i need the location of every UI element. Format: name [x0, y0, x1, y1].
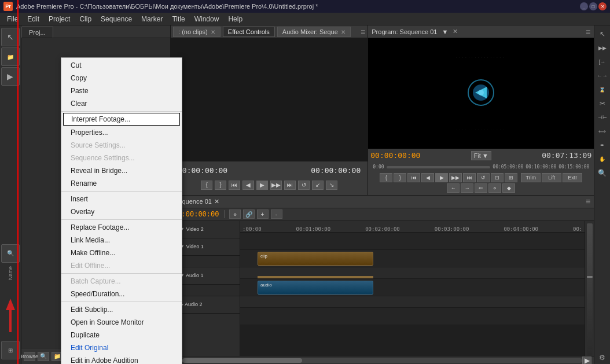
audio-fader-handle[interactable]	[587, 276, 593, 278]
prog-btn-add-marker[interactable]: ◆	[502, 183, 515, 193]
tab-audio-mixer[interactable]: Audio Mixer: Seque ✕	[277, 27, 351, 37]
timeline-playhead[interactable]	[17, 0, 19, 364]
menu-clip[interactable]: Clip	[75, 14, 96, 24]
tool-slip[interactable]: ⊣⊢	[596, 111, 609, 124]
menu-help[interactable]: Help	[223, 14, 247, 24]
ctx-cut[interactable]: Cut	[61, 59, 182, 72]
prog-btn-play[interactable]: ▶	[435, 173, 448, 182]
source-btn-goto-out[interactable]: ⏭	[284, 181, 296, 190]
ctx-reveal-bridge[interactable]: Reveal in Bridge...	[61, 164, 182, 177]
tool-rate-stretch[interactable]: ⌛	[596, 83, 609, 96]
tool-razor[interactable]: ✂	[596, 97, 609, 110]
program-seq-chevron[interactable]: ▼	[442, 28, 448, 35]
prog-btn-next-edit[interactable]: ⏭	[463, 173, 476, 182]
source-btn-mark-in[interactable]: {	[201, 181, 212, 190]
program-timecode-current[interactable]: 00:00:00:00	[370, 151, 420, 160]
tool-pen[interactable]: ✒	[596, 139, 609, 152]
tool-hand[interactable]: ✋	[596, 153, 609, 166]
source-btn-loop[interactable]: ↺	[298, 181, 310, 190]
menu-edit[interactable]: Edit	[23, 14, 44, 24]
audio-fader[interactable]	[587, 223, 593, 356]
timeline-scrollbar-track[interactable]	[182, 358, 582, 363]
maximize-button[interactable]: □	[589, 2, 597, 10]
prog-btn-prev-edit[interactable]: ⏮	[407, 173, 420, 182]
prog-btn-mark-in[interactable]: {	[380, 173, 392, 182]
timeline-tab-close[interactable]: ✕	[214, 198, 219, 205]
prog-btn-shuttle[interactable]: ⇐	[475, 183, 487, 193]
ctx-edit-original[interactable]: Edit Original	[61, 341, 182, 354]
tl-btn-delete-track[interactable]: -	[271, 209, 282, 219]
menu-file[interactable]: File	[2, 14, 23, 24]
ctx-overlay[interactable]: Overlay	[61, 205, 182, 218]
tool-ripple-edit[interactable]: [→	[596, 56, 609, 68]
tool-zoom-tl[interactable]: 🔍	[596, 167, 609, 179]
project-tab[interactable]: Proj...	[21, 27, 53, 38]
tab-close-icon[interactable]: ✕	[211, 29, 215, 35]
audio1-resize-bar[interactable]	[240, 296, 585, 308]
project-browse-tab[interactable]: Browse	[24, 352, 35, 361]
menu-window[interactable]: Window	[190, 14, 224, 24]
prog-btn-step-fwd[interactable]: →	[461, 183, 473, 193]
prog-btn-snap[interactable]: ⋄	[488, 183, 501, 193]
scroll-right-btn[interactable]: ▶	[582, 356, 591, 365]
ctx-interpret-footage[interactable]: Interpret Footage...	[63, 113, 180, 126]
tl-btn-linked-select[interactable]: 🔗	[243, 209, 255, 219]
ctx-paste[interactable]: Paste	[61, 84, 182, 97]
tab-audio-close-icon[interactable]: ✕	[341, 29, 346, 35]
ctx-make-offline[interactable]: Make Offline...	[61, 247, 182, 259]
tool-slide[interactable]: ⟺	[596, 125, 609, 138]
video1-clip[interactable]: clip	[258, 252, 373, 266]
prog-btn-lift[interactable]: Lift	[542, 173, 561, 182]
tab-effect-controls[interactable]: Effect Controls	[223, 27, 275, 37]
audio1-clip[interactable]: audio	[258, 281, 373, 295]
source-btn-mark-out[interactable]: }	[215, 181, 226, 190]
ctx-rename[interactable]: Rename	[61, 177, 182, 190]
source-btn-overlay[interactable]: ↘	[326, 181, 337, 190]
prog-btn-prev-frame[interactable]: ◀	[421, 173, 434, 182]
prog-btn-loop[interactable]: ↺	[477, 173, 490, 182]
timeline-resize-bar[interactable]	[240, 267, 585, 279]
tl-btn-snap[interactable]: ⋄	[229, 209, 241, 219]
timeline-scrollbar-thumb[interactable]	[182, 358, 302, 363]
tl-btn-add-track[interactable]: +	[257, 209, 269, 219]
source-panel-menu-icon[interactable]: ≡	[361, 27, 365, 36]
ctx-insert[interactable]: Insert	[61, 193, 182, 205]
source-btn-step-fwd[interactable]: ▶▶	[270, 181, 282, 190]
tool-selection[interactable]: ↖	[596, 28, 609, 41]
tab-no-clips[interactable]: : (no clips) ✕	[173, 27, 221, 37]
ctx-clear[interactable]: Clear	[61, 97, 182, 110]
tool-settings[interactable]: ⚙	[596, 351, 609, 364]
menu-project[interactable]: Project	[44, 14, 75, 24]
ctx-link-media[interactable]: Link Media...	[61, 234, 182, 247]
prog-btn-mark-out[interactable]: }	[394, 173, 406, 182]
source-btn-goto-in[interactable]: ⏮	[229, 181, 240, 190]
menu-marker[interactable]: Marker	[137, 14, 167, 24]
ctx-open-source-monitor[interactable]: Open in Source Monitor	[61, 316, 182, 329]
ctx-speed-duration[interactable]: Speed/Duration...	[61, 288, 182, 300]
tool-rolling-edit[interactable]: ←→	[596, 69, 609, 82]
program-progress-bar[interactable]	[387, 166, 491, 168]
menu-title[interactable]: Title	[167, 14, 189, 24]
menu-sequence[interactable]: Sequence	[96, 14, 137, 24]
timeline-menu-icon[interactable]: ≡	[586, 197, 590, 206]
ctx-replace-footage[interactable]: Replace Footage...	[61, 221, 182, 234]
source-btn-play[interactable]: ▶	[256, 181, 268, 190]
source-btn-step-back[interactable]: ◀	[242, 181, 254, 190]
source-btn-insert[interactable]: ↙	[312, 181, 324, 190]
ctx-properties[interactable]: Properties...	[61, 126, 182, 139]
project-search-btn[interactable]: 🔍	[38, 352, 49, 361]
ctx-copy[interactable]: Copy	[61, 72, 182, 84]
program-panel-menu-icon[interactable]: ≡	[586, 27, 590, 36]
prog-btn-next-frame[interactable]: ▶▶	[449, 173, 462, 182]
prog-btn-extract[interactable]: Extr	[563, 173, 582, 182]
ctx-duplicate[interactable]: Duplicate	[61, 329, 182, 341]
close-button[interactable]: ✕	[598, 2, 607, 10]
prog-btn-step-back[interactable]: ←	[447, 183, 460, 193]
ctx-edit-audition[interactable]: Edit in Adobe Audition	[61, 354, 182, 364]
prog-btn-trim[interactable]: Trim	[521, 173, 541, 182]
prog-btn-safe-margins[interactable]: ⊡	[491, 173, 504, 182]
prog-btn-output[interactable]: ⊞	[505, 173, 517, 182]
ctx-edit-subclip[interactable]: Edit Subclip...	[61, 303, 182, 316]
program-panel-close[interactable]: ✕	[453, 28, 458, 35]
fit-dropdown[interactable]: Fit ▼	[471, 151, 491, 160]
